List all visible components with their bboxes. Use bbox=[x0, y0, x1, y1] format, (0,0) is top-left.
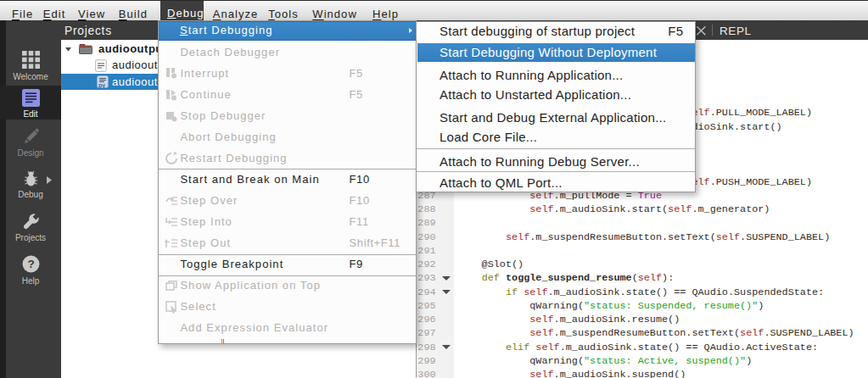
svg-text:?: ? bbox=[27, 258, 34, 271]
svg-text:py: py bbox=[98, 81, 105, 88]
